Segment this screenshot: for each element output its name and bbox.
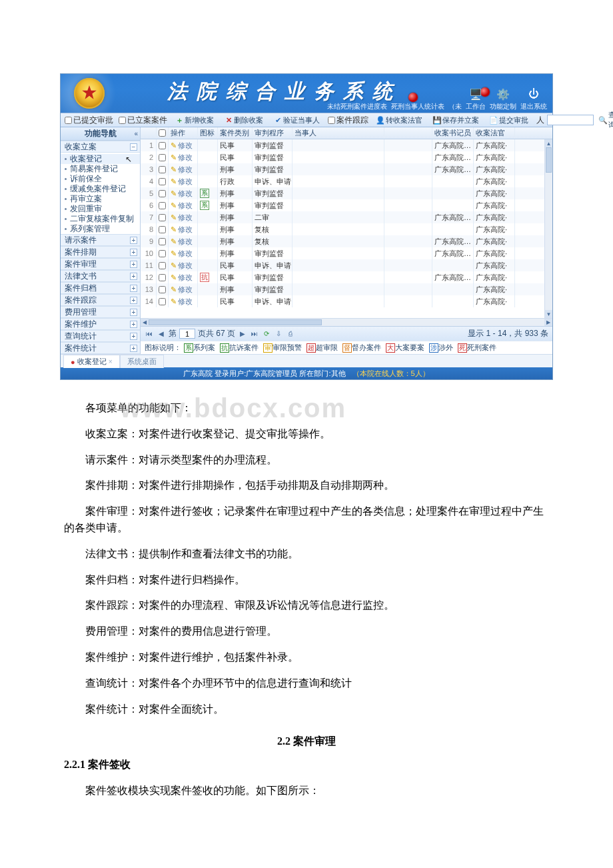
cell-check[interactable] — [157, 283, 169, 295]
chk-filed[interactable]: 已立案案件 — [119, 115, 167, 126]
col-proc[interactable]: 审判程序 — [253, 127, 293, 139]
btn-search[interactable]: 🔍查询 — [596, 114, 613, 126]
pager-print[interactable]: ⎙ — [286, 329, 295, 339]
cell-action[interactable]: ✎修改 — [169, 199, 198, 211]
sidebar-group-archive[interactable]: 案件归档+ — [61, 282, 140, 294]
table-row[interactable]: 13✎修改刑事审判监督广东高院· — [141, 283, 552, 295]
filter-party-input[interactable] — [547, 115, 594, 125]
table-row[interactable]: 4✎修改行政申诉、申请广东高院· — [141, 175, 552, 187]
cell-action[interactable]: ✎修改 — [169, 271, 198, 283]
plus-icon[interactable]: + — [130, 285, 137, 292]
table-row[interactable]: 5✎修改系刑事审判监督广东高院· — [141, 187, 552, 199]
sidebar-group-legaldoc[interactable]: 法律文书+ — [61, 270, 140, 282]
scroll-thumb[interactable] — [149, 319, 322, 325]
sidebar-item-retrial[interactable]: 再审立案 — [61, 194, 140, 204]
tab-register[interactable]: ●收案登记× — [63, 355, 120, 368]
nav-customize[interactable]: ⚙️功能定制 — [490, 87, 516, 111]
cell-action[interactable]: ✎修改 — [169, 163, 198, 175]
col-action[interactable]: 操作 — [169, 127, 198, 139]
col-clerk[interactable]: 收案书记员 — [432, 127, 474, 139]
table-row[interactable]: 3✎修改刑事审判监督广东高院…广东高院· — [141, 163, 552, 175]
scroll-right-icon[interactable]: ▶ — [544, 319, 552, 326]
cell-action[interactable]: ✎修改 — [169, 259, 198, 271]
btn-submit-approval[interactable]: 📄提交审批 — [487, 114, 531, 126]
cell-check[interactable] — [157, 223, 169, 235]
cell-action[interactable]: ✎修改 — [169, 295, 198, 307]
scroll-thumb[interactable] — [546, 147, 552, 173]
sidebar-item-remand[interactable]: 发回重审 — [61, 204, 140, 214]
cell-check[interactable] — [157, 163, 169, 175]
table-row[interactable]: 10✎修改刑事审判监督广东高院…广东高院· — [141, 247, 552, 259]
nav-unfinished[interactable]: 未结死刑案件进度表 — [327, 102, 387, 111]
cell-action[interactable]: ✎修改 — [169, 211, 198, 223]
plus-icon[interactable]: + — [130, 261, 137, 268]
btn-change-judge[interactable]: 👤转收案法官 — [374, 114, 425, 126]
btn-verify-party[interactable]: ✔验证当事人 — [271, 114, 322, 126]
sidebar-group-intake[interactable]: 收案立案 − — [61, 141, 140, 153]
plus-icon[interactable]: + — [130, 309, 137, 316]
btn-save-file[interactable]: 💾保存并立案 — [430, 114, 482, 126]
sidebar-group-inquiry[interactable]: 请示案件+ — [61, 234, 140, 246]
btn-new-case[interactable]: ＋新增收案 — [173, 114, 217, 126]
cell-action[interactable]: ✎修改 — [169, 223, 198, 235]
tab-desktop[interactable]: 系统桌面 — [120, 355, 164, 368]
table-row[interactable]: 2✎修改民事审判监督广东高院…广东高院· — [141, 151, 552, 163]
sidebar-group-stats[interactable]: 案件统计+ — [61, 342, 140, 354]
col-type[interactable]: 案件类别 — [218, 127, 253, 139]
nav-stats[interactable]: 死刑当事人统计表 — [391, 102, 444, 111]
table-row[interactable]: 6✎修改系刑事审判监督广东高院· — [141, 199, 552, 211]
minus-icon[interactable]: − — [130, 143, 137, 151]
sidebar-group-query[interactable]: 查询统计+ — [61, 330, 140, 342]
pager-last[interactable]: ⏭ — [250, 329, 259, 339]
col-judge[interactable]: 收案法官 — [474, 127, 515, 139]
nav-exit[interactable]: ⏻退出系统 — [520, 87, 547, 111]
cell-check[interactable] — [157, 187, 169, 199]
pager-first[interactable]: ⏮ — [145, 329, 154, 339]
pager-prev[interactable]: ◀ — [157, 329, 166, 339]
nav-workbench[interactable]: 🖥️工作台 — [466, 87, 486, 111]
col-icon[interactable]: 图标 — [198, 127, 218, 139]
cell-action[interactable]: ✎修改 — [169, 187, 198, 199]
cell-action[interactable]: ✎修改 — [169, 283, 198, 295]
plus-icon[interactable]: + — [130, 345, 137, 352]
plus-icon[interactable]: + — [130, 297, 137, 304]
pager-refresh[interactable]: ⟳ — [262, 329, 271, 339]
sidebar-item-prelit[interactable]: 诉前保全 — [61, 174, 140, 184]
cell-check[interactable] — [157, 211, 169, 223]
vertical-scrollbar[interactable]: ▲ ▼ — [544, 139, 552, 318]
plus-icon[interactable]: + — [130, 237, 137, 244]
collapse-icon[interactable]: « — [134, 130, 138, 137]
pager-next[interactable]: ▶ — [238, 329, 247, 339]
table-row[interactable]: 12✎修改抗民事审判监督广东高院…广东高院· — [141, 271, 552, 283]
sidebar-group-schedule[interactable]: 案件排期+ — [61, 246, 140, 258]
chk-track[interactable]: 案件跟踪 — [328, 115, 368, 126]
scroll-down-icon[interactable]: ▼ — [545, 310, 552, 318]
close-icon[interactable]: × — [109, 358, 113, 365]
cell-check[interactable] — [157, 247, 169, 259]
plus-icon[interactable]: + — [130, 249, 137, 256]
nav-unknown[interactable]: （未 — [448, 102, 462, 111]
sidebar-item-review-copy[interactable]: 二审复核案件复制 — [61, 214, 140, 224]
cell-action[interactable]: ✎修改 — [169, 151, 198, 163]
table-row[interactable]: 14✎修改民事申诉、申请广东高院· — [141, 295, 552, 307]
sidebar-item-waiver[interactable]: 缓减免案件登记 — [61, 184, 140, 194]
sidebar-group-fees[interactable]: 费用管理+ — [61, 306, 140, 318]
sidebar-item-series[interactable]: 系列案管理 — [61, 224, 140, 234]
sidebar-group-trial[interactable]: 案件审理+ — [61, 258, 140, 270]
sidebar-group-track[interactable]: 案件跟踪+ — [61, 294, 140, 306]
chk-submitted[interactable]: 已提交审批 — [65, 115, 113, 126]
pager-page-input[interactable] — [179, 329, 195, 339]
sidebar-item-register[interactable]: 收案登记↖ — [61, 154, 140, 164]
table-row[interactable]: 11✎修改民事申诉、申请广东高院· — [141, 259, 552, 271]
btn-delete-case[interactable]: ✕删除收案 — [222, 114, 266, 126]
cell-action[interactable]: ✎修改 — [169, 175, 198, 187]
scroll-left-icon[interactable]: ◀ — [141, 319, 149, 326]
plus-icon[interactable]: + — [130, 333, 137, 340]
table-row[interactable]: 9✎修改刑事复核广东高院…广东高院· — [141, 235, 552, 247]
cell-check[interactable] — [157, 151, 169, 163]
cell-check[interactable] — [157, 259, 169, 271]
cell-check[interactable] — [157, 175, 169, 187]
table-row[interactable]: 1✎修改民事审判监督广东高院…广东高院· — [141, 139, 552, 151]
cell-action[interactable]: ✎修改 — [169, 235, 198, 247]
cell-check[interactable] — [157, 199, 169, 211]
